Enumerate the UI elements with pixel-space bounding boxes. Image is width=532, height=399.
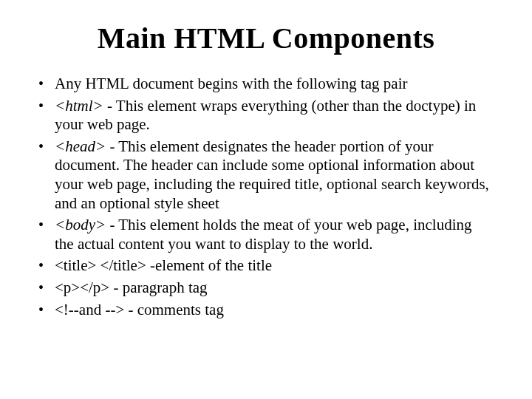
slide-title: Main HTML Components (35, 21, 497, 55)
slide: Main HTML Components Any HTML document b… (0, 0, 532, 340)
list-item: <body> - This element holds the meat of … (35, 216, 491, 253)
text-post: Any HTML document begins with the follow… (55, 75, 407, 92)
text-post: - This element wraps everything (other t… (55, 97, 476, 134)
tag-text: <body> (55, 216, 106, 233)
list-item: <title> </title> -element of the title (35, 256, 491, 276)
list-item: <head> - This element designates the hea… (35, 137, 491, 213)
list-item: <!--and --> - comments tag (35, 301, 491, 320)
text-pre: <title> </title> -element of the title (55, 256, 272, 274)
tag-text: <head> (55, 137, 106, 155)
text-post: - This element holds the meat of your we… (55, 216, 472, 253)
list-item: <p></p> - paragraph tag (35, 279, 491, 298)
text-pre: <p></p> - paragraph tag (55, 279, 208, 296)
text-post: - This element designates the header por… (55, 137, 489, 212)
list-item: <html> - This element wraps everything (… (35, 97, 491, 134)
tag-text: <html> (55, 97, 103, 115)
text-pre: <!--and --> - comments tag (55, 301, 224, 318)
bullet-list: Any HTML document begins with the follow… (35, 75, 497, 319)
list-item: Any HTML document begins with the follow… (35, 75, 491, 94)
